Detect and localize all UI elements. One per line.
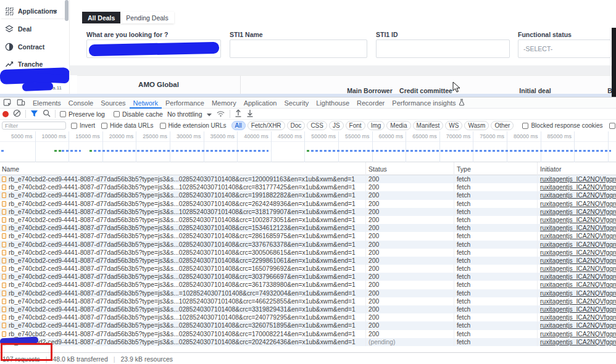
tab-pending-deals[interactable]: Pending Deals	[120, 12, 173, 23]
request-initiator-link[interactable]: ruxitagentjs_ICA2NQVfgqrux_102852	[540, 298, 616, 305]
search-icon[interactable]	[43, 109, 51, 118]
filter-pill[interactable]: CSS	[307, 121, 327, 130]
network-request-row[interactable]: rb_e740cbd2-ced9-4441-8087-d77dad56b3b5?…	[0, 289, 616, 297]
request-initiator-link[interactable]: ruxitagentjs_ICA2NQVfgqrux_102852	[540, 314, 616, 321]
network-request-row[interactable]: rb_e740cbd2-ced9-4441-8087-d77dad56b3b5?…	[0, 257, 616, 265]
import-har-icon[interactable]	[235, 109, 242, 118]
request-name-cell[interactable]: rb_e740cbd2-ced9-4441-8087-d77dad56b3b5?…	[0, 281, 365, 289]
filter-pill[interactable]: All	[231, 121, 246, 130]
toolbar-checkbox[interactable]: Disable cache	[114, 110, 163, 118]
sidebar-item-contract[interactable]: Contract	[5, 41, 67, 53]
request-initiator-link[interactable]: ruxitagentjs_ICA2NQVfgqrux_102852	[540, 233, 616, 239]
header-type[interactable]: Type	[454, 162, 537, 175]
checkbox-icon[interactable]	[114, 111, 120, 117]
search-input[interactable]	[86, 39, 221, 58]
request-name-cell[interactable]: rb_e740cbd2-ced9-4441-8087-d77dad56b3b5?…	[0, 305, 365, 313]
network-request-row[interactable]: rb_e740cbd2-ced9-4441-8087-d77dad56b3b5?…	[0, 281, 616, 289]
checkbox-icon[interactable]	[522, 123, 528, 129]
checkbox-icon[interactable]	[160, 123, 166, 129]
network-request-row[interactable]: rb_e740cbd2-ced9-4441-8087-d77dad56b3b5?…	[0, 313, 616, 321]
throttling-dropdown[interactable]: No throttling	[167, 110, 202, 118]
device-toolbar-icon[interactable]	[17, 98, 25, 108]
devtools-tab[interactable]: Performance insights	[388, 97, 468, 109]
request-name-cell[interactable]: rb_e740cbd2-ced9-4441-8087-d77dad56b3b5?…	[0, 249, 365, 257]
request-name-cell[interactable]: rb_e740cbd2-ced9-4441-8087-d77dad56b3b5?…	[0, 241, 365, 249]
network-request-row[interactable]: rb_e740cbd2-ced9-4441-8087-d77dad56b3b5?…	[0, 183, 616, 191]
request-initiator-link[interactable]: ruxitagentjs_ICA2NQVfgqrux_102852	[540, 176, 616, 183]
request-name-cell[interactable]: rb_e740cbd2-ced9-4441-8087-d77dad56b3b5?…	[0, 313, 365, 321]
request-name-cell[interactable]: rb_e740cbd2-ced9-4441-8087-d77dad56b3b5?…	[0, 224, 365, 232]
checkbox-icon[interactable]	[609, 123, 615, 129]
request-name-cell[interactable]: rb_e740cbd2-ced9-4441-8087-d77dad56b3b5?…	[0, 273, 365, 281]
sidebar-item-applications[interactable]: Applications	[5, 5, 67, 17]
devtools-tab[interactable]: Security	[280, 97, 312, 109]
clear-icon[interactable]	[13, 109, 21, 118]
devtools-tab[interactable]: Network	[130, 97, 162, 109]
filter-pill[interactable]: Img	[367, 121, 385, 130]
filter-checkbox[interactable]: Invert	[71, 122, 95, 129]
request-name-cell[interactable]: rb_e740cbd2-ced9-4441-8087-d77dad56b3b5?…	[0, 297, 365, 305]
filter-pill[interactable]: JS	[329, 121, 344, 130]
toolbar-checkbox[interactable]: Preserve log	[60, 110, 105, 118]
devtools-tab[interactable]: Performance	[162, 97, 208, 109]
request-name-cell[interactable]: rb_e740cbd2-ced9-4441-8087-d77dad56b3b5?…	[0, 200, 365, 208]
filter-input[interactable]	[2, 122, 66, 130]
filter-checkbox[interactable]: Blocked requests	[609, 122, 616, 129]
header-status[interactable]: Status	[365, 162, 454, 175]
request-initiator-link[interactable]: ruxitagentjs_ICA2NQVfgqrux_102852	[540, 201, 616, 207]
network-request-row[interactable]: rb_e740cbd2-ced9-4441-8087-d77dad56b3b5?…	[0, 249, 616, 257]
devtools-tab[interactable]: Elements	[29, 97, 65, 109]
network-request-row[interactable]: rb_e740cbd2-ced9-4441-8087-d77dad56b3b5?…	[0, 265, 616, 273]
request-initiator-link[interactable]: ruxitagentjs_ICA2NQVfgqrux_102852	[540, 322, 616, 329]
sti1-name-input[interactable]	[230, 39, 367, 58]
checkbox-icon[interactable]	[101, 123, 107, 129]
request-initiator-link[interactable]: ruxitagentjs_ICA2NQVfgqrux_102852	[540, 290, 616, 297]
request-initiator-link[interactable]: ruxitagentjs_ICA2NQVfgqrux_102852	[540, 249, 616, 256]
filter-funnel-icon[interactable]	[30, 110, 38, 118]
column-group-amo-global[interactable]: AMO Global	[77, 81, 240, 88]
request-name-cell[interactable]: rb_e740cbd2-ced9-4441-8087-d77dad56b3b5?…	[0, 265, 365, 273]
request-initiator-link[interactable]: ruxitagentjs_ICA2NQVfgqrux_102852	[540, 265, 616, 272]
checkbox-icon[interactable]	[71, 123, 77, 129]
functional-status-select[interactable]: -SELECT-	[518, 39, 611, 58]
request-name-cell[interactable]: rb_e740cbd2-ced9-4441-8087-d77dad56b3b5?…	[0, 175, 365, 183]
record-button[interactable]	[2, 111, 9, 117]
request-initiator-link[interactable]: ruxitagentjs_ICA2NQVfgqrux_102852	[540, 331, 616, 337]
request-initiator-link[interactable]: ruxitagentjs_ICA2NQVfgqrux_102852	[540, 192, 616, 199]
network-request-row[interactable]: rb_e740cbd2-ced9-4441-8087-d77dad56b3b5?…	[0, 305, 616, 313]
network-request-row[interactable]: rb_e740cbd2-ced9-4441-8087-d77dad56b3b5?…	[0, 224, 616, 232]
sidebar-scrollbar-thumb[interactable]	[65, 0, 69, 21]
inspect-element-icon[interactable]	[3, 98, 12, 108]
network-request-row[interactable]: rb_e740cbd2-ced9-4441-8087-d77dad56b3b5?…	[0, 175, 616, 183]
filter-pill[interactable]: Doc	[287, 121, 306, 130]
network-request-row[interactable]: rb_e740cbd2-ced9-4441-8087-d77dad56b3b5?…	[0, 200, 616, 208]
devtools-tab[interactable]: Recorder	[353, 97, 388, 109]
request-initiator-link[interactable]: ruxitagentjs_ICA2NQVfgqrux_102852	[540, 306, 616, 313]
request-initiator-link[interactable]: ruxitagentjs_ICA2NQVfgqrux_102852	[540, 184, 616, 191]
caret-down-icon[interactable]	[207, 110, 212, 118]
header-initiator[interactable]: Initiator	[537, 162, 616, 175]
request-name-cell[interactable]: rb_e740cbd2-ced9-4441-8087-d77dad56b3b5?…	[0, 191, 365, 199]
sti1-id-input[interactable]	[376, 39, 510, 58]
network-request-row[interactable]: rb_e740cbd2-ced9-4441-8087-d77dad56b3b5?…	[0, 330, 616, 338]
network-request-row[interactable]: rb_e740cbd2-ced9-4441-8087-d77dad56b3b5?…	[0, 321, 616, 329]
request-initiator-link[interactable]: ruxitagentjs_ICA2NQVfgqrux_102852	[540, 257, 616, 264]
filter-pill[interactable]: Manifest	[413, 121, 444, 130]
network-request-row[interactable]: rb_e740cbd2-ced9-4441-8087-d77dad56b3b5?…	[0, 273, 616, 281]
devtools-tab[interactable]: Sources	[97, 97, 129, 109]
request-initiator-link[interactable]: ruxitagentjs_ICA2NQVfgqrux_102852	[540, 217, 616, 223]
devtools-tab[interactable]: Lighthouse	[312, 97, 353, 109]
request-name-cell[interactable]: rb_e740cbd2-ced9-4441-8087-d77dad56b3b5?…	[0, 232, 365, 240]
checkbox-icon[interactable]	[60, 111, 66, 117]
devtools-tab[interactable]: Memory	[208, 97, 240, 109]
request-name-cell[interactable]: rb_e740cbd2-ced9-4441-8087-d77dad56b3b5?…	[0, 257, 365, 265]
filter-pill[interactable]: Font	[346, 121, 365, 130]
request-name-cell[interactable]: rb_e740cbd2-ced9-4441-8087-d77dad56b3b5?…	[0, 183, 365, 191]
request-name-cell[interactable]: rb_e740cbd2-ced9-4441-8087-d77dad56b3b5?…	[0, 321, 365, 329]
request-initiator-link[interactable]: ruxitagentjs_ICA2NQVfgqrux_102852	[540, 209, 616, 215]
request-initiator-link[interactable]: ruxitagentjs_ICA2NQVfgqrux_102852	[540, 273, 616, 280]
network-request-row[interactable]: rb_e740cbd2-ced9-4441-8087-d77dad56b3b5?…	[0, 191, 616, 199]
filter-checkbox[interactable]: Hide extension URLs	[160, 122, 227, 129]
request-initiator-link[interactable]: ruxitagentjs_ICA2NQVfgqrux_102852	[540, 225, 616, 231]
header-name[interactable]: Name	[0, 162, 365, 175]
